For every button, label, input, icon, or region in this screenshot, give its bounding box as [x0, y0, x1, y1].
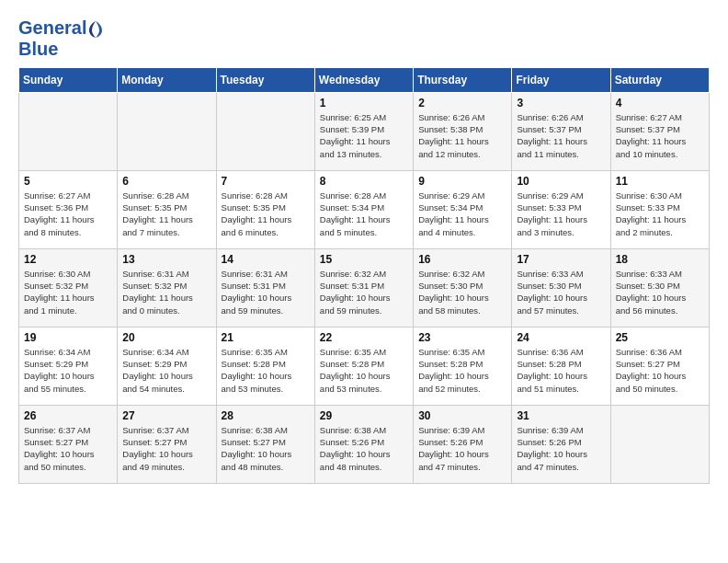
day-info: Sunrise: 6:29 AM Sunset: 5:33 PM Dayligh…: [517, 190, 605, 238]
day-info: Sunrise: 6:28 AM Sunset: 5:34 PM Dayligh…: [320, 190, 408, 238]
weekday-header-sunday: Sunday: [19, 67, 118, 92]
logo: General Blue: [18, 18, 103, 58]
day-info: Sunrise: 6:31 AM Sunset: 5:31 PM Dayligh…: [222, 268, 310, 316]
day-number: 18: [616, 253, 704, 266]
calendar-cell: 27Sunrise: 6:37 AM Sunset: 5:27 PM Dayli…: [118, 405, 216, 483]
day-info: Sunrise: 6:30 AM Sunset: 5:32 PM Dayligh…: [24, 268, 112, 316]
day-info: Sunrise: 6:31 AM Sunset: 5:32 PM Dayligh…: [122, 268, 210, 316]
logo-blue-text: Blue: [18, 40, 103, 58]
day-info: Sunrise: 6:32 AM Sunset: 5:30 PM Dayligh…: [418, 268, 506, 316]
calendar-cell: 19Sunrise: 6:34 AM Sunset: 5:29 PM Dayli…: [19, 327, 118, 405]
logo-container: General Blue: [18, 18, 103, 58]
day-number: 8: [320, 175, 408, 188]
calendar-cell: 5Sunrise: 6:27 AM Sunset: 5:36 PM Daylig…: [19, 170, 118, 248]
calendar-cell: [610, 405, 709, 483]
day-info: Sunrise: 6:33 AM Sunset: 5:30 PM Dayligh…: [616, 268, 704, 316]
day-number: 11: [616, 175, 704, 188]
calendar-cell: [118, 92, 216, 170]
day-info: Sunrise: 6:38 AM Sunset: 5:27 PM Dayligh…: [222, 424, 310, 473]
day-info: Sunrise: 6:28 AM Sunset: 5:35 PM Dayligh…: [222, 190, 310, 238]
calendar-cell: 12Sunrise: 6:30 AM Sunset: 5:32 PM Dayli…: [19, 248, 118, 327]
day-number: 27: [122, 409, 210, 422]
weekday-header-thursday: Thursday: [414, 67, 512, 92]
day-number: 5: [24, 175, 112, 188]
day-info: Sunrise: 6:30 AM Sunset: 5:33 PM Dayligh…: [616, 190, 704, 238]
day-info: Sunrise: 6:39 AM Sunset: 5:26 PM Dayligh…: [418, 424, 506, 473]
calendar-cell: 3Sunrise: 6:26 AM Sunset: 5:37 PM Daylig…: [512, 92, 610, 170]
calendar-cell: 10Sunrise: 6:29 AM Sunset: 5:33 PM Dayli…: [512, 170, 610, 248]
day-info: Sunrise: 6:35 AM Sunset: 5:28 PM Dayligh…: [222, 346, 310, 395]
day-number: 1: [320, 97, 408, 109]
day-info: Sunrise: 6:27 AM Sunset: 5:36 PM Dayligh…: [24, 190, 112, 238]
weekday-header-monday: Monday: [118, 67, 216, 92]
day-number: 31: [517, 409, 605, 422]
calendar-cell: 31Sunrise: 6:39 AM Sunset: 5:26 PM Dayli…: [512, 405, 610, 483]
calendar-cell: 20Sunrise: 6:34 AM Sunset: 5:29 PM Dayli…: [118, 327, 216, 405]
calendar-cell: 8Sunrise: 6:28 AM Sunset: 5:34 PM Daylig…: [314, 170, 413, 248]
day-number: 14: [222, 253, 310, 266]
calendar-cell: [216, 92, 314, 170]
week-row-2: 5Sunrise: 6:27 AM Sunset: 5:36 PM Daylig…: [19, 170, 710, 248]
day-number: 6: [122, 175, 210, 188]
calendar-cell: 16Sunrise: 6:32 AM Sunset: 5:30 PM Dayli…: [414, 248, 512, 327]
calendar-cell: 6Sunrise: 6:28 AM Sunset: 5:35 PM Daylig…: [118, 170, 216, 248]
weekday-header-friday: Friday: [512, 67, 610, 92]
day-number: 26: [24, 409, 112, 422]
day-number: 13: [122, 253, 210, 266]
calendar-cell: 4Sunrise: 6:27 AM Sunset: 5:37 PM Daylig…: [610, 92, 709, 170]
calendar-cell: 11Sunrise: 6:30 AM Sunset: 5:33 PM Dayli…: [610, 170, 709, 248]
day-info: Sunrise: 6:28 AM Sunset: 5:35 PM Dayligh…: [122, 190, 210, 238]
weekday-header-tuesday: Tuesday: [216, 67, 314, 92]
day-number: 15: [320, 253, 408, 266]
calendar-cell: 2Sunrise: 6:26 AM Sunset: 5:38 PM Daylig…: [414, 92, 512, 170]
day-number: 2: [418, 97, 506, 109]
day-info: Sunrise: 6:33 AM Sunset: 5:30 PM Dayligh…: [517, 268, 605, 316]
day-info: Sunrise: 6:35 AM Sunset: 5:28 PM Dayligh…: [320, 346, 408, 395]
weekday-header-row: SundayMondayTuesdayWednesdayThursdayFrid…: [19, 67, 710, 92]
day-number: 22: [320, 331, 408, 344]
day-info: Sunrise: 6:34 AM Sunset: 5:29 PM Dayligh…: [24, 346, 112, 395]
day-info: Sunrise: 6:36 AM Sunset: 5:28 PM Dayligh…: [517, 346, 605, 395]
day-number: 12: [24, 253, 112, 266]
day-number: 30: [418, 409, 506, 422]
calendar-cell: 15Sunrise: 6:32 AM Sunset: 5:31 PM Dayli…: [314, 248, 413, 327]
day-info: Sunrise: 6:26 AM Sunset: 5:38 PM Dayligh…: [418, 111, 506, 160]
calendar-cell: 9Sunrise: 6:29 AM Sunset: 5:34 PM Daylig…: [414, 170, 512, 248]
page-header: General Blue: [18, 18, 710, 58]
calendar-cell: 25Sunrise: 6:36 AM Sunset: 5:27 PM Dayli…: [610, 327, 709, 405]
day-number: 29: [320, 409, 408, 422]
day-info: Sunrise: 6:25 AM Sunset: 5:39 PM Dayligh…: [320, 111, 408, 160]
logo-general: General: [18, 18, 103, 39]
day-number: 9: [418, 175, 506, 188]
calendar-cell: 29Sunrise: 6:38 AM Sunset: 5:26 PM Dayli…: [314, 405, 413, 483]
calendar-cell: 17Sunrise: 6:33 AM Sunset: 5:30 PM Dayli…: [512, 248, 610, 327]
day-number: 24: [517, 331, 605, 344]
day-info: Sunrise: 6:32 AM Sunset: 5:31 PM Dayligh…: [320, 268, 408, 316]
calendar-cell: [19, 92, 118, 170]
weekday-header-saturday: Saturday: [610, 67, 709, 92]
day-info: Sunrise: 6:39 AM Sunset: 5:26 PM Dayligh…: [517, 424, 605, 473]
day-number: 17: [517, 253, 605, 266]
calendar-cell: 24Sunrise: 6:36 AM Sunset: 5:28 PM Dayli…: [512, 327, 610, 405]
day-number: 4: [616, 97, 704, 109]
calendar-cell: 23Sunrise: 6:35 AM Sunset: 5:28 PM Dayli…: [414, 327, 512, 405]
calendar-cell: 1Sunrise: 6:25 AM Sunset: 5:39 PM Daylig…: [314, 92, 413, 170]
calendar-cell: 21Sunrise: 6:35 AM Sunset: 5:28 PM Dayli…: [216, 327, 314, 405]
logo-icon: [88, 20, 103, 39]
calendar-cell: 28Sunrise: 6:38 AM Sunset: 5:27 PM Dayli…: [216, 405, 314, 483]
weekday-header-wednesday: Wednesday: [314, 67, 413, 92]
calendar-cell: 22Sunrise: 6:35 AM Sunset: 5:28 PM Dayli…: [314, 327, 413, 405]
day-info: Sunrise: 6:29 AM Sunset: 5:34 PM Dayligh…: [418, 190, 506, 238]
calendar-cell: 7Sunrise: 6:28 AM Sunset: 5:35 PM Daylig…: [216, 170, 314, 248]
week-row-1: 1Sunrise: 6:25 AM Sunset: 5:39 PM Daylig…: [19, 92, 710, 170]
calendar-cell: 14Sunrise: 6:31 AM Sunset: 5:31 PM Dayli…: [216, 248, 314, 327]
day-number: 3: [517, 97, 605, 109]
week-row-3: 12Sunrise: 6:30 AM Sunset: 5:32 PM Dayli…: [19, 248, 710, 327]
calendar-cell: 13Sunrise: 6:31 AM Sunset: 5:32 PM Dayli…: [118, 248, 216, 327]
calendar-cell: 30Sunrise: 6:39 AM Sunset: 5:26 PM Dayli…: [414, 405, 512, 483]
day-info: Sunrise: 6:27 AM Sunset: 5:37 PM Dayligh…: [616, 111, 704, 160]
day-number: 25: [616, 331, 704, 344]
day-number: 21: [222, 331, 310, 344]
day-info: Sunrise: 6:37 AM Sunset: 5:27 PM Dayligh…: [24, 424, 112, 473]
day-info: Sunrise: 6:38 AM Sunset: 5:26 PM Dayligh…: [320, 424, 408, 473]
